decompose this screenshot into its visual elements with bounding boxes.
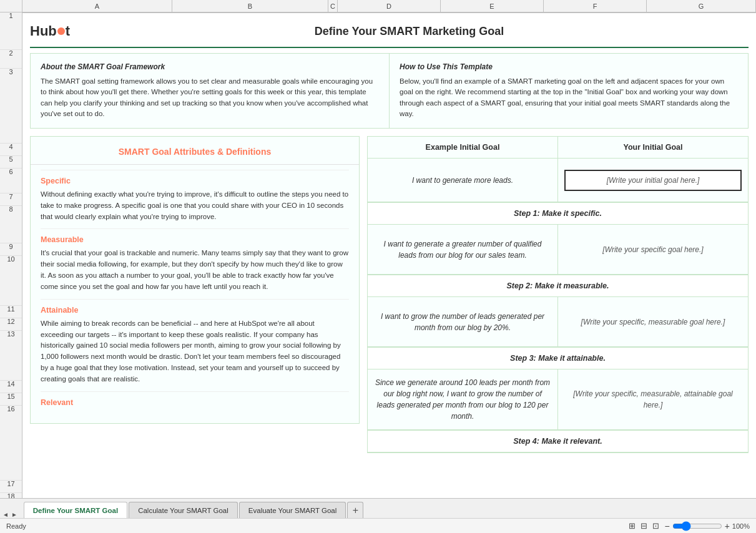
tab-calculate-smart-goal[interactable]: Calculate Your SMART Goal bbox=[129, 502, 238, 518]
row-num-6: 6 bbox=[0, 169, 22, 193]
col-headers: A B C D E F G bbox=[0, 0, 756, 12]
measurable-text: It's crucial that your goal is trackable… bbox=[41, 248, 349, 292]
row-num-16: 16 bbox=[0, 406, 22, 481]
col-header-a: A bbox=[22, 0, 172, 12]
info-section: About the SMART Goal Framework The SMART… bbox=[30, 53, 749, 129]
logo-hub: Hub bbox=[30, 23, 57, 39]
step3-content-row: Since we generate around 100 leads per m… bbox=[368, 369, 748, 430]
sheet-area: 1 2 3 4 5 6 7 8 9 10 11 12 13 14 15 16 1… bbox=[0, 12, 756, 498]
info-left-text: The SMART goal setting framework allows … bbox=[41, 76, 379, 119]
sheet-nav: ◄ ► bbox=[2, 511, 17, 518]
measurable-title: Measurable bbox=[41, 235, 349, 244]
step3-your[interactable]: [Write your specific, measurable, attain… bbox=[558, 369, 748, 429]
status-bar: Ready ⊞ ⊟ ⊡ − + 100% bbox=[0, 518, 756, 533]
step3-header: Step 3: Make it attainable. bbox=[368, 348, 748, 369]
step1-your[interactable]: [Write your specific goal here.] bbox=[558, 225, 748, 274]
attribute-relevant: Relevant bbox=[41, 391, 349, 417]
logo-spot bbox=[57, 27, 65, 35]
attribute-attainable: Attainable While aiming to break records… bbox=[41, 299, 349, 391]
row-num-13: 13 bbox=[0, 331, 22, 381]
row-num-spacer bbox=[0, 0, 22, 12]
row-num-15: 15 bbox=[0, 393, 22, 406]
goal-header-row: Example Initial Goal Your Initial Goal bbox=[368, 137, 748, 159]
col-header-f: F bbox=[544, 0, 647, 12]
example-initial-cell: I want to generate more leads. bbox=[368, 159, 558, 202]
row-num-10: 10 bbox=[0, 256, 22, 306]
row-num-12: 12 bbox=[0, 318, 22, 331]
your-initial-input[interactable]: [Write your initial goal here.] bbox=[564, 170, 742, 191]
tab-bar: ◄ ► Define Your SMART Goal Calculate You… bbox=[0, 498, 756, 518]
specific-title: Specific bbox=[41, 177, 349, 185]
logo-t: t bbox=[66, 23, 70, 39]
info-left: About the SMART Goal Framework The SMART… bbox=[31, 54, 390, 128]
hubspot-logo: Hubt bbox=[30, 23, 70, 39]
attainable-title: Attainable bbox=[41, 306, 349, 315]
row-num-7: 7 bbox=[0, 193, 22, 206]
row-num-4: 4 bbox=[0, 144, 22, 156]
right-columns: Example Initial Goal Your Initial Goal I… bbox=[367, 136, 749, 453]
nav-left-arrow[interactable]: ◄ bbox=[2, 511, 9, 518]
col-header-b: B bbox=[172, 0, 328, 12]
info-left-title: About the SMART Goal Framework bbox=[41, 62, 379, 71]
goal-initial-row: I want to generate more leads. [Write yo… bbox=[368, 159, 748, 202]
nav-right-arrow[interactable]: ► bbox=[11, 511, 17, 518]
step3-label: Step 3: Make it attainable. bbox=[510, 354, 606, 363]
row-num-17: 17 bbox=[0, 481, 22, 493]
example-col-header: Example Initial Goal bbox=[368, 137, 558, 158]
zoom-slider[interactable] bbox=[672, 521, 722, 531]
row-num-2: 2 bbox=[0, 50, 22, 69]
main-body: SMART Goal Attributes & Definitions Spec… bbox=[30, 136, 749, 453]
view-normal-icon[interactable]: ⊞ bbox=[629, 521, 636, 531]
zoom-increase-button[interactable]: + bbox=[725, 521, 730, 531]
zoom-level: 100% bbox=[732, 522, 750, 530]
specific-text: Without defining exactly what you're try… bbox=[41, 189, 349, 222]
step2-label: Step 2: Make it measurable. bbox=[507, 281, 609, 290]
col-header-c: C bbox=[328, 0, 338, 12]
step1-label: Step 1: Make it specific. bbox=[514, 209, 602, 218]
step1-content-row: I want to generate a greater number of q… bbox=[368, 225, 748, 275]
tab-define-smart-goal[interactable]: Define Your SMART Goal bbox=[24, 502, 127, 518]
sheet-content: Hubt Define Your SMART Marketing Goal Ab… bbox=[22, 12, 756, 498]
attributes-header: SMART Goal Attributes & Definitions bbox=[31, 137, 359, 165]
info-right: How to Use This Template Below, you'll f… bbox=[390, 54, 748, 128]
step2-header: Step 2: Make it measurable. bbox=[368, 275, 748, 296]
row-num-1: 1 bbox=[0, 12, 22, 50]
row-num-5: 5 bbox=[0, 156, 22, 169]
row-num-8: 8 bbox=[0, 206, 22, 243]
row-num-3: 3 bbox=[0, 69, 22, 144]
step4-header: Step 4: Make it relevant. bbox=[368, 431, 748, 452]
status-right: ⊞ ⊟ ⊡ − + 100% bbox=[629, 521, 750, 531]
col-header-d: D bbox=[338, 0, 441, 12]
step2-content-row: I want to grow the number of leads gener… bbox=[368, 297, 748, 347]
step2-header-row: Step 2: Make it measurable. bbox=[368, 275, 748, 297]
step1-header: Step 1: Make it specific. bbox=[368, 203, 748, 224]
view-page-break-icon[interactable]: ⊟ bbox=[641, 521, 647, 531]
zoom-decrease-button[interactable]: − bbox=[664, 521, 669, 531]
your-col-header: Your Initial Goal bbox=[558, 137, 748, 158]
step2-example: I want to grow the number of leads gener… bbox=[368, 297, 558, 346]
step3-example: Since we generate around 100 leads per m… bbox=[368, 369, 558, 429]
info-right-text: Below, you'll find an example of a SMART… bbox=[400, 76, 738, 119]
spreadsheet-shell: A B C D E F G 1 2 3 4 5 6 7 8 9 10 11 12… bbox=[0, 0, 756, 533]
step2-your[interactable]: [Write your specific, measurable goal he… bbox=[558, 297, 748, 346]
attribute-measurable: Measurable It's crucial that your goal i… bbox=[41, 228, 349, 298]
step1-header-row: Step 1: Make it specific. bbox=[368, 202, 748, 225]
step3-header-row: Step 3: Make it attainable. bbox=[368, 347, 748, 369]
info-right-title: How to Use This Template bbox=[400, 62, 738, 71]
header-row: Hubt Define Your SMART Marketing Goal bbox=[30, 18, 749, 48]
col-header-g: G bbox=[647, 0, 756, 12]
attribute-specific: Specific Without defining exactly what y… bbox=[41, 170, 349, 228]
step4-header-row: Step 4: Make it relevant. bbox=[368, 430, 748, 452]
row-numbers: 1 2 3 4 5 6 7 8 9 10 11 12 13 14 15 16 1… bbox=[0, 12, 22, 498]
view-page-layout-icon[interactable]: ⊡ bbox=[652, 521, 659, 531]
row-num-11: 11 bbox=[0, 306, 22, 318]
content-wrapper: Hubt Define Your SMART Marketing Goal Ab… bbox=[22, 13, 756, 498]
attainable-text: While aiming to break records can be ben… bbox=[41, 318, 349, 385]
add-sheet-button[interactable]: + bbox=[347, 502, 363, 518]
left-column: SMART Goal Attributes & Definitions Spec… bbox=[30, 136, 367, 453]
your-initial-cell: [Write your initial goal here.] bbox=[558, 159, 748, 202]
tab-evaluate-smart-goal[interactable]: Evaluate Your SMART Goal bbox=[239, 502, 346, 518]
row-num-18: 18 bbox=[0, 493, 22, 498]
row-num-9: 9 bbox=[0, 243, 22, 256]
page-title: Define Your SMART Marketing Goal bbox=[70, 25, 749, 38]
